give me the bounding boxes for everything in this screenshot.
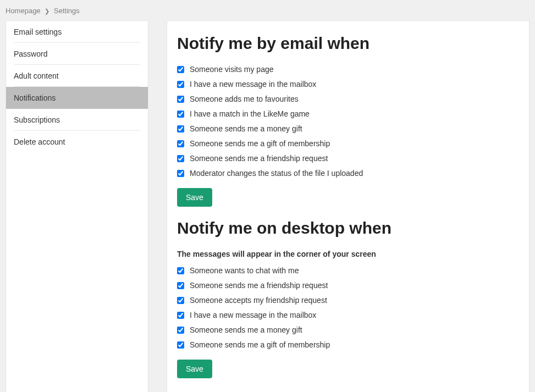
checkbox-label: Someone accepts my friendship request: [190, 296, 327, 305]
chevron-right-icon: ❯: [45, 8, 49, 14]
email-options-list: Someone visits my page I have a new mess…: [177, 65, 519, 178]
breadcrumb-link-homepage[interactable]: Homepage: [5, 7, 41, 15]
desktop-options-list: Someone wants to chat with me Someone se…: [177, 266, 519, 349]
checkbox-email-money-gift[interactable]: [177, 125, 184, 132]
checkbox-desktop-friendship-acc[interactable]: [177, 297, 184, 304]
checkbox-email-likeme[interactable]: [177, 111, 184, 118]
checkbox-desktop-money-gift[interactable]: [177, 327, 184, 334]
checkbox-label: Someone sends me a money gift: [190, 325, 302, 334]
checkbox-row: I have a match in the LikeMe game: [177, 109, 519, 118]
checkbox-label: Someone sends me a money gift: [190, 124, 302, 133]
desktop-section-title: Notify me on desktop when: [177, 219, 519, 238]
checkbox-row: Someone sends me a money gift: [177, 124, 519, 133]
checkbox-row: Someone wants to chat with me: [177, 266, 519, 275]
checkbox-email-favourites[interactable]: [177, 96, 184, 103]
sidebar-item-subscriptions[interactable]: Subscriptions: [6, 109, 148, 131]
checkbox-desktop-chat[interactable]: [177, 267, 184, 274]
sidebar-item-delete-account[interactable]: Delete account: [6, 131, 148, 153]
sidebar-item-notifications[interactable]: Notifications: [6, 87, 148, 109]
breadcrumb: Homepage ❯ Settings: [0, 0, 535, 20]
checkbox-label: I have a match in the LikeMe game: [190, 109, 310, 118]
checkbox-row: Someone sends me a friendship request: [177, 154, 519, 163]
checkbox-row: Someone adds me to favourites: [177, 95, 519, 103]
checkbox-email-friendship[interactable]: [177, 155, 184, 162]
checkbox-email-visits[interactable]: [177, 66, 184, 73]
checkbox-email-membership[interactable]: [177, 140, 184, 147]
checkbox-desktop-message[interactable]: [177, 312, 184, 319]
settings-sidebar: Email settings Password Adult content No…: [5, 20, 148, 392]
checkbox-label: Someone sends me a gift of membership: [190, 139, 330, 148]
checkbox-label: I have a new message in the mailbox: [190, 80, 316, 89]
checkbox-row: Moderator changes the status of the file…: [177, 169, 519, 178]
breadcrumb-link-settings[interactable]: Settings: [54, 7, 80, 15]
checkbox-row: Someone sends me a money gift: [177, 325, 519, 334]
checkbox-email-message[interactable]: [177, 81, 184, 88]
checkbox-label: Someone sends me a friendship request: [190, 281, 328, 290]
save-desktop-button[interactable]: Save: [177, 360, 212, 378]
checkbox-row: Someone visits my page: [177, 65, 519, 74]
checkbox-label: I have a new message in the mailbox: [190, 311, 316, 319]
checkbox-row: Someone sends me a gift of membership: [177, 340, 519, 349]
checkbox-row: Someone sends me a gift of membership: [177, 139, 519, 148]
checkbox-row: Someone sends me a friendship request: [177, 281, 519, 290]
checkbox-label: Someone adds me to favourites: [190, 95, 299, 103]
checkbox-row: I have a new message in the mailbox: [177, 80, 519, 89]
checkbox-label: Someone wants to chat with me: [190, 266, 299, 275]
sidebar-item-password[interactable]: Password: [6, 43, 148, 65]
checkbox-label: Someone visits my page: [190, 65, 274, 74]
sidebar-item-adult-content[interactable]: Adult content: [6, 65, 148, 87]
desktop-section-subtitle: The messages will appear in the corner o…: [177, 250, 519, 258]
checkbox-label: Moderator changes the status of the file…: [190, 169, 363, 178]
checkbox-email-moderator[interactable]: [177, 170, 184, 177]
checkbox-label: Someone sends me a friendship request: [190, 154, 328, 163]
checkbox-label: Someone sends me a gift of membership: [190, 340, 330, 349]
settings-main-panel: Notify me by email when Someone visits m…: [167, 20, 530, 392]
checkbox-row: I have a new message in the mailbox: [177, 311, 519, 319]
checkbox-desktop-membership[interactable]: [177, 341, 184, 349]
email-section-title: Notify me by email when: [177, 34, 519, 53]
checkbox-row: Someone accepts my friendship request: [177, 296, 519, 305]
save-email-button[interactable]: Save: [177, 188, 212, 207]
checkbox-desktop-friendship-req[interactable]: [177, 282, 184, 289]
sidebar-item-email-settings[interactable]: Email settings: [6, 21, 148, 43]
